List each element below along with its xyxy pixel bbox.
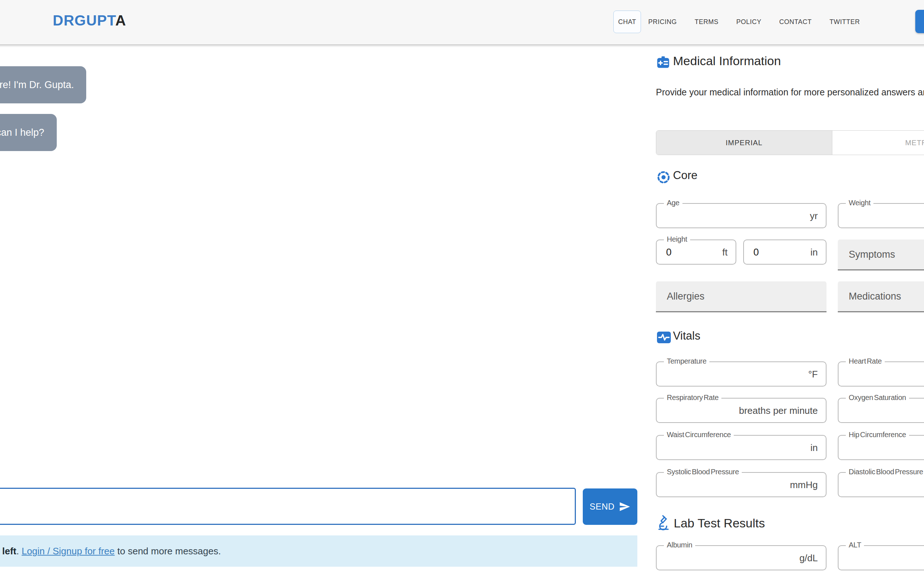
age-field[interactable]: Age yr (656, 203, 827, 228)
nav-link-pricing[interactable]: PRICING (646, 18, 679, 26)
top-navbar: DRGUPTA CHAT PRICING TERMS POLICY CONTAC… (0, 0, 924, 45)
vitals-section-icon (657, 331, 671, 345)
temperature-field[interactable]: Temperature °F (656, 361, 827, 386)
nav-link-twitter[interactable]: TWITTER (827, 18, 862, 26)
lab-results-section-title: Lab Test Results (674, 516, 765, 530)
hip-circumference-label: Hip Circumference (846, 430, 909, 439)
send-button-label: SEND (590, 502, 615, 512)
temperature-unit: °F (808, 369, 818, 380)
symptoms-field[interactable]: Symptoms (838, 240, 924, 270)
nav-links: PRICING TERMS POLICY CONTACT TWITTER (646, 11, 862, 33)
diastolic-bp-label: Diastolic Blood Pressure (846, 468, 924, 476)
nav-link-contact[interactable]: CONTACT (777, 18, 814, 26)
heart-rate-field[interactable]: Heart Rate (838, 361, 924, 386)
banner-suffix: to send more messages. (115, 546, 221, 557)
hip-circumference-field[interactable]: Hip Circumference (838, 435, 924, 460)
height-label: Height (664, 235, 690, 244)
nav-tab-chat[interactable]: CHAT (613, 11, 641, 33)
height-feet-unit: ft (722, 247, 728, 258)
login-button[interactable]: LOGIN (915, 10, 924, 33)
alt-field[interactable]: ALT (838, 545, 924, 570)
medications-label: Medications (849, 291, 901, 302)
alt-label: ALT (846, 541, 864, 549)
oxygen-saturation-field[interactable]: Oxygen Saturation (838, 398, 924, 423)
height-feet-value: 0 (666, 247, 672, 258)
allergies-field[interactable]: Allergies (656, 281, 827, 312)
message-input[interactable] (0, 488, 576, 525)
panel-title: Medical Information (673, 54, 781, 68)
units-toggle-imperial[interactable]: IMPERIAL (656, 131, 832, 155)
lab-results-section-icon (656, 514, 671, 533)
page: DRGUPTA CHAT PRICING TERMS POLICY CONTAC… (0, 0, 924, 578)
send-button[interactable]: SEND (583, 489, 638, 525)
panel-description: Provide your medical information for mor… (656, 84, 924, 100)
send-icon (619, 501, 630, 513)
medications-field[interactable]: Medications (838, 281, 924, 312)
assistant-message-question: How can I help? (0, 114, 57, 151)
age-unit: yr (810, 210, 818, 221)
height-inches-field[interactable]: 0 in (743, 240, 827, 265)
allergies-label: Allergies (667, 291, 705, 302)
systolic-bp-unit: mmHg (790, 479, 818, 490)
respiratory-rate-field[interactable]: Respiratory Rate breaths per minute (656, 398, 827, 423)
heart-rate-label: Heart Rate (846, 357, 885, 365)
logo-suffix: A (115, 12, 126, 28)
medical-information-icon (656, 55, 670, 71)
oxygen-saturation-label: Oxygen Saturation (846, 393, 909, 402)
login-signup-link[interactable]: Login / Signup for free (21, 546, 115, 557)
height-inches-unit: in (811, 247, 818, 258)
temperature-label: Temperature (664, 357, 709, 365)
waist-circumference-field[interactable]: Waist Circumference in (656, 435, 827, 460)
vitals-section-title: Vitals (673, 330, 700, 343)
units-toggle: IMPERIAL METRIC (656, 130, 924, 155)
units-toggle-metric[interactable]: METRIC (832, 131, 924, 155)
message-limit-banner: left. Login / Signup for free to send mo… (0, 536, 638, 567)
systolic-bp-field[interactable]: Systolic Blood Pressure mmHg (656, 472, 827, 497)
imperial-label: IMPERIAL (726, 139, 762, 147)
logo-primary: DRGUPT (53, 12, 115, 28)
height-feet-field[interactable]: Height 0 ft (656, 240, 736, 265)
albumin-field[interactable]: Albumin g/dL (656, 545, 827, 570)
app-logo[interactable]: DRGUPTA (53, 12, 126, 29)
assistant-message-greeting: Hi there! I'm Dr. Gupta. (0, 66, 86, 103)
message-limit-text: left. Login / Signup for free to send mo… (2, 546, 221, 557)
core-section-icon (657, 170, 670, 186)
banner-separator: . (16, 546, 21, 557)
weight-label: Weight (846, 199, 874, 207)
metric-label: METRIC (905, 139, 924, 147)
respiratory-rate-unit: breaths per minute (739, 405, 818, 416)
nav-link-terms[interactable]: TERMS (693, 18, 721, 26)
systolic-bp-label: Systolic Blood Pressure (664, 468, 742, 476)
albumin-unit: g/dL (799, 552, 818, 563)
banner-bold: left (2, 546, 16, 557)
age-label: Age (664, 199, 683, 207)
waist-circumference-label: Waist Circumference (664, 430, 734, 439)
symptoms-label: Symptoms (849, 249, 895, 260)
height-inches-value: 0 (753, 247, 759, 258)
waist-circumference-unit: in (811, 442, 818, 453)
nav-tab-chat-label: CHAT (618, 18, 636, 26)
diastolic-bp-field[interactable]: Diastolic Blood Pressure (838, 472, 924, 497)
nav-link-policy[interactable]: POLICY (734, 18, 764, 26)
core-section-title: Core (673, 169, 697, 182)
respiratory-rate-label: Respiratory Rate (664, 393, 722, 402)
weight-field[interactable]: Weight (838, 203, 924, 228)
albumin-label: Albumin (664, 541, 695, 549)
